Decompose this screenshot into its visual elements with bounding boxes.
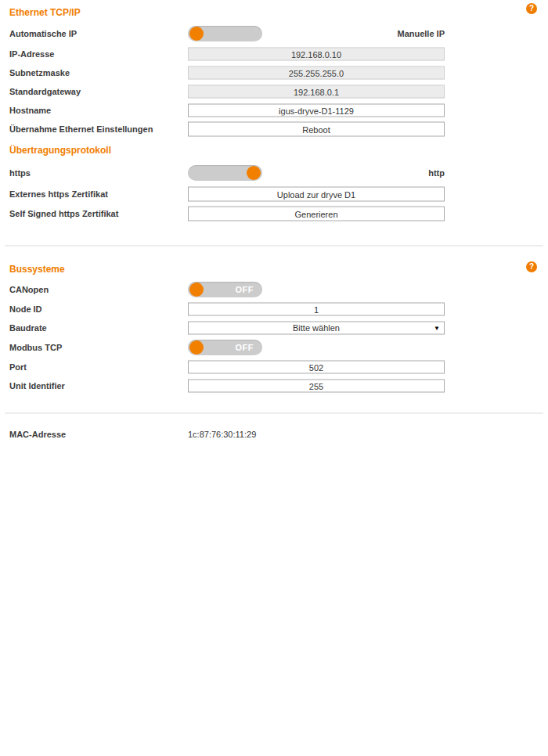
help-icon[interactable]: ? bbox=[526, 261, 537, 272]
auto-ip-label: Automatische IP bbox=[9, 29, 77, 38]
row-self-signed: Self Signed https Zertifikat Generieren bbox=[0, 204, 548, 223]
gateway-field bbox=[188, 85, 445, 99]
generate-cert-button[interactable]: Generieren bbox=[188, 207, 445, 221]
section-title-protocol: Übertragungsprotokoll bbox=[9, 145, 548, 156]
unit-identifier-field[interactable] bbox=[188, 380, 445, 393]
node-id-field[interactable] bbox=[188, 303, 445, 316]
row-canopen: CANopen OFF bbox=[0, 279, 548, 300]
hostname-field[interactable] bbox=[188, 104, 445, 117]
node-id-label: Node ID bbox=[9, 304, 42, 314]
toggle-knob-icon bbox=[189, 27, 204, 41]
port-field[interactable] bbox=[188, 361, 445, 374]
external-cert-label: Externes https Zertifikat bbox=[9, 189, 108, 199]
row-auto-ip: Automatische IP Manuelle IP bbox=[0, 23, 548, 45]
baudrate-label: Baudrate bbox=[9, 323, 47, 333]
subnet-label: Subnetzmaske bbox=[9, 68, 70, 77]
https-toggle[interactable] bbox=[188, 165, 262, 181]
http-label: http bbox=[428, 168, 445, 178]
auto-ip-toggle[interactable] bbox=[188, 26, 262, 41]
apply-ethernet-label: Übernahme Ethernet Einstellungen bbox=[9, 124, 153, 134]
toggle-knob-icon bbox=[189, 340, 204, 355]
gateway-label: Standardgateway bbox=[9, 87, 81, 96]
row-apply-ethernet: Übernahme Ethernet Einstellungen Reboot bbox=[0, 120, 548, 139]
subnet-field bbox=[188, 67, 445, 80]
row-baudrate: Baudrate Bitte wählen ▼ bbox=[0, 319, 548, 337]
row-https: https http bbox=[0, 162, 548, 184]
toggle-knob-icon bbox=[189, 283, 204, 297]
row-subnet: Subnetzmaske bbox=[0, 63, 548, 82]
modbus-label: Modbus TCP bbox=[9, 343, 62, 352]
hostname-label: Hostname bbox=[9, 106, 51, 115]
toggle-knob-icon bbox=[247, 166, 261, 180]
https-label: https bbox=[9, 168, 31, 178]
settings-page: ? ? Ethernet TCP/IP Automatische IP Manu… bbox=[0, 0, 548, 756]
modbus-toggle-state: OFF bbox=[236, 340, 254, 355]
divider bbox=[5, 412, 543, 414]
row-node-id: Node ID bbox=[0, 300, 548, 319]
upload-cert-button[interactable]: Upload zur dryve D1 bbox=[188, 187, 445, 202]
row-port: Port bbox=[0, 358, 548, 376]
canopen-toggle-state: OFF bbox=[236, 282, 254, 297]
row-external-cert: Externes https Zertifikat Upload zur dry… bbox=[0, 184, 548, 204]
mac-address-label: MAC-Adresse bbox=[9, 430, 66, 439]
self-signed-label: Self Signed https Zertifikat bbox=[9, 209, 118, 218]
section-title-bus: Bussysteme bbox=[9, 264, 548, 275]
help-icon[interactable]: ? bbox=[526, 3, 537, 14]
row-gateway: Standardgateway bbox=[0, 82, 548, 101]
baudrate-selected-value: Bitte wählen bbox=[293, 323, 340, 333]
modbus-toggle[interactable]: OFF bbox=[188, 340, 262, 355]
reboot-button[interactable]: Reboot bbox=[188, 122, 445, 137]
canopen-label: CANopen bbox=[9, 285, 49, 294]
chevron-down-icon: ▼ bbox=[434, 322, 440, 334]
manual-ip-label: Manuelle IP bbox=[397, 29, 445, 38]
ip-address-label: IP-Adresse bbox=[9, 49, 54, 59]
row-ip-address: IP-Adresse bbox=[0, 45, 548, 63]
row-modbus: Modbus TCP OFF bbox=[0, 337, 548, 358]
ip-address-field bbox=[188, 48, 445, 61]
row-mac-address: MAC-Adresse 1c:87:76:30:11:29 bbox=[0, 425, 548, 444]
port-label: Port bbox=[9, 362, 27, 372]
canopen-toggle[interactable]: OFF bbox=[188, 282, 262, 297]
row-unit-identifier: Unit Identifier bbox=[0, 376, 548, 395]
baudrate-select[interactable]: Bitte wählen ▼ bbox=[188, 322, 445, 335]
mac-address-value: 1c:87:76:30:11:29 bbox=[188, 430, 256, 439]
row-hostname: Hostname bbox=[0, 101, 548, 120]
divider bbox=[5, 245, 543, 247]
section-title-ethernet: Ethernet TCP/IP bbox=[9, 7, 548, 18]
unit-identifier-label: Unit Identifier bbox=[9, 381, 65, 391]
